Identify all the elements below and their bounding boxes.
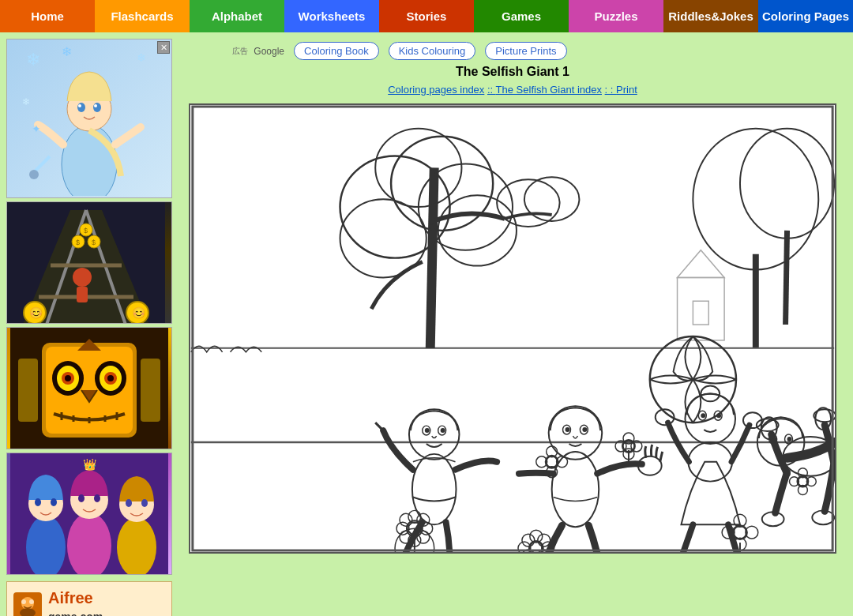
main-container: ✕ ❄ ❄ ❄ ❄ [0, 32, 853, 616]
picture-prints-button[interactable]: Picture Prints [485, 42, 566, 60]
svg-point-40 [65, 375, 71, 381]
giant-index-link[interactable]: The Selfish Giant index [496, 84, 602, 96]
svg-point-145 [582, 427, 587, 432]
svg-line-67 [786, 231, 787, 325]
svg-text:$: $ [76, 239, 80, 246]
svg-text:$: $ [84, 227, 88, 235]
svg-line-72 [430, 167, 434, 347]
svg-rect-43 [141, 359, 160, 422]
svg-point-164 [787, 437, 792, 441]
elsa-ad[interactable]: ❄ ❄ ❄ ❄ [7, 39, 171, 197]
svg-point-6 [77, 103, 85, 112]
svg-rect-42 [18, 359, 38, 422]
svg-rect-63 [191, 105, 834, 552]
nav-coloring[interactable]: Coloring Pages [758, 0, 853, 32]
svg-text:❄: ❄ [137, 51, 146, 64]
svg-point-57 [141, 499, 148, 507]
aifree-text: Aifree game.com [48, 588, 103, 616]
svg-text:❄: ❄ [22, 96, 30, 107]
page-title: The Selfish Giant 1 [456, 65, 569, 79]
nav-stories[interactable]: Stories [379, 0, 474, 32]
nav-games[interactable]: Games [474, 0, 569, 32]
svg-point-136 [425, 428, 430, 433]
nav-alphabet[interactable]: Alphabet [190, 0, 284, 32]
svg-point-155 [716, 413, 721, 418]
svg-point-144 [566, 427, 570, 432]
subway-game-thumb[interactable]: $ $ $ 😊 😊 [6, 201, 172, 324]
main-nav: Home Flashcards Alphabet Worksheets Stor… [0, 0, 853, 32]
svg-point-9 [94, 104, 97, 107]
print-link[interactable]: Print [616, 84, 637, 96]
svg-point-24 [73, 268, 92, 287]
aifree-icon [13, 592, 42, 616]
elsa-illustration: ❄ ❄ ❄ ❄ [14, 42, 164, 196]
coloring-index-link[interactable]: Coloring pages index [388, 84, 484, 96]
google-label: Google [232, 46, 284, 57]
nav-home[interactable]: Home [0, 0, 95, 32]
svg-point-47 [35, 498, 41, 506]
svg-point-7 [93, 103, 101, 112]
breadcrumb: Coloring pages index :: The Selfish Gian… [388, 84, 637, 96]
svg-point-11 [29, 170, 39, 179]
svg-point-4 [62, 125, 117, 196]
nav-riddles[interactable]: Riddles&Jokes [663, 0, 758, 32]
temple-game-thumb[interactable] [6, 327, 172, 449]
coloring-svg [190, 105, 835, 552]
coloring-book-button[interactable]: Coloring Book [294, 42, 379, 60]
svg-point-41 [107, 375, 114, 381]
svg-point-56 [126, 499, 132, 507]
sidebar: ✕ ❄ ❄ ❄ ❄ [6, 39, 172, 616]
svg-text:✦: ✦ [32, 122, 41, 135]
svg-point-137 [441, 428, 445, 433]
aifree-banner[interactable]: Aifree game.com [6, 581, 172, 616]
temple-illustration [10, 327, 168, 449]
svg-point-52 [94, 494, 100, 502]
nav-puzzles[interactable]: Puzzles [569, 0, 663, 32]
close-button[interactable]: ✕ [157, 41, 170, 54]
svg-text:$: $ [92, 239, 96, 246]
top-bar: Google Coloring Book Kids Colouring Pict… [232, 42, 567, 60]
svg-point-8 [78, 104, 81, 107]
content-area: Google Coloring Book Kids Colouring Pict… [178, 39, 847, 616]
coloring-image-container [189, 103, 836, 554]
svg-rect-25 [77, 287, 88, 302]
svg-point-48 [51, 498, 57, 506]
princess-illustration: 👑 [10, 453, 168, 575]
svg-point-54 [117, 517, 156, 575]
svg-text:❄: ❄ [62, 45, 72, 58]
svg-text:😊: 😊 [29, 306, 43, 320]
svg-text:❄: ❄ [26, 50, 40, 69]
svg-text:😊: 😊 [132, 306, 146, 320]
nav-worksheets[interactable]: Worksheets [284, 0, 379, 32]
ad-box-elsa: ✕ ❄ ❄ ❄ ❄ [6, 39, 172, 198]
svg-point-62 [29, 599, 34, 604]
svg-point-154 [701, 413, 705, 418]
princess-game-thumb[interactable]: 👑 [6, 453, 172, 575]
svg-text:👑: 👑 [83, 458, 97, 471]
svg-point-51 [78, 494, 85, 502]
svg-point-61 [21, 599, 26, 604]
subway-illustration: $ $ $ 😊 😊 [7, 202, 165, 324]
nav-flashcards[interactable]: Flashcards [95, 0, 190, 32]
kids-colouring-button[interactable]: Kids Colouring [389, 42, 476, 60]
